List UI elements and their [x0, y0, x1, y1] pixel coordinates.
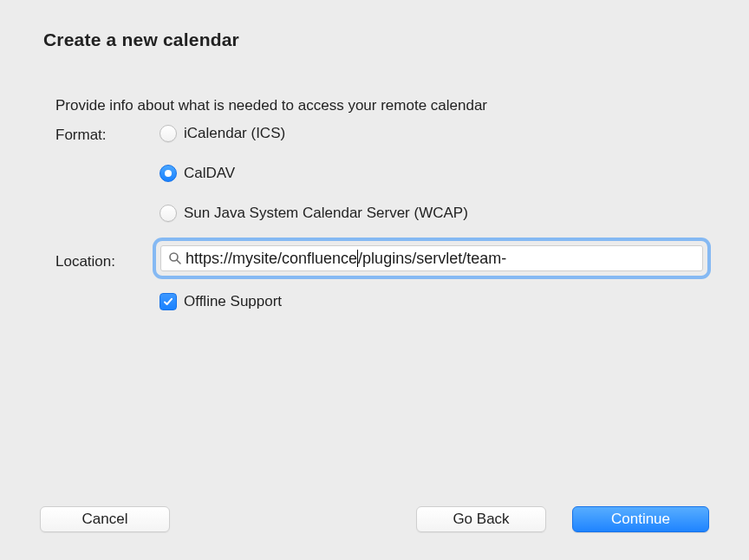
radio-icon: [160, 165, 177, 182]
format-option-caldav[interactable]: CalDAV: [160, 163, 468, 184]
cancel-button[interactable]: Cancel: [40, 506, 170, 532]
dialog-button-row: Cancel Go Back Continue: [0, 506, 749, 534]
format-radio-group: iCalendar (ICS) CalDAV Sun Java System C…: [160, 123, 468, 243]
offline-support-label: Offline Support: [184, 293, 282, 310]
location-text-after: /plugins/servlet/team-: [358, 250, 506, 267]
location-label: Location:: [55, 253, 115, 270]
search-icon: [168, 251, 182, 265]
location-input-text: https://mysite/confluence/plugins/servle…: [186, 250, 506, 268]
radio-icon: [160, 205, 177, 222]
radio-icon: [160, 125, 177, 142]
go-back-button[interactable]: Go Back: [416, 506, 546, 532]
format-option-wcap[interactable]: Sun Java System Calendar Server (WCAP): [160, 203, 468, 224]
format-label: Format:: [55, 127, 107, 144]
format-option-label: Sun Java System Calendar Server (WCAP): [184, 205, 468, 222]
checkmark-icon: [163, 296, 173, 307]
offline-support-checkbox[interactable]: Offline Support: [160, 293, 282, 310]
format-option-label: iCalendar (ICS): [184, 125, 285, 142]
svg-line-1: [177, 260, 180, 264]
format-option-icalendar[interactable]: iCalendar (ICS): [160, 123, 468, 144]
format-option-label: CalDAV: [184, 165, 235, 182]
dialog-subtitle: Provide info about what is needed to acc…: [55, 97, 487, 114]
continue-button[interactable]: Continue: [572, 506, 709, 532]
location-text-before: https://mysite/confluence: [186, 250, 357, 267]
dialog-title: Create a new calendar: [43, 29, 239, 50]
location-input[interactable]: https://mysite/confluence/plugins/servle…: [160, 245, 703, 271]
checkbox-icon: [160, 293, 177, 310]
location-field-focus-ring: https://mysite/confluence/plugins/servle…: [156, 241, 707, 276]
create-calendar-dialog: Create a new calendar Provide info about…: [0, 0, 749, 560]
